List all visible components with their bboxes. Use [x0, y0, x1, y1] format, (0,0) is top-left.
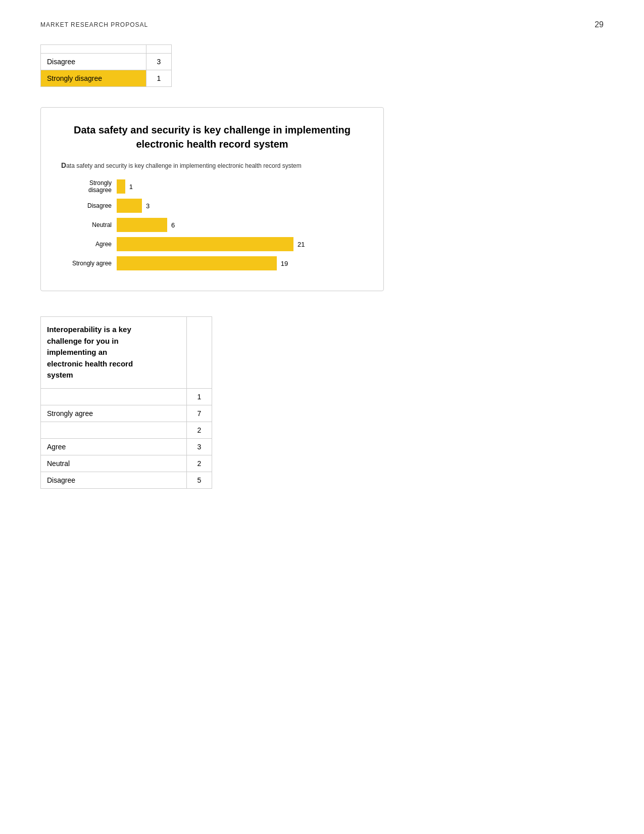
- table-row: Strongly disagree 1: [41, 70, 172, 87]
- bar-label: Agree: [61, 241, 117, 248]
- row3-value: 2: [187, 422, 212, 438]
- table-row: Strongly agree 7: [41, 405, 212, 422]
- bar-wrapper: 21: [117, 237, 363, 251]
- bottom-table-container: Interoperability is a keychallenge for y…: [40, 316, 212, 489]
- bar-wrapper: 6: [117, 218, 363, 232]
- bar: [117, 237, 293, 251]
- bar-wrapper: 19: [117, 256, 363, 270]
- strongly-disagree-value: 1: [146, 70, 172, 87]
- subtitle-bold-d: D: [61, 161, 66, 169]
- table-row: 1: [41, 388, 212, 405]
- bar-value-label: 21: [298, 241, 305, 248]
- document-title: MARKET RESEARCH PROPOSAL: [40, 21, 148, 28]
- top-table: Disagree 3 Strongly disagree 1: [40, 44, 172, 87]
- subtitle-rest: ata safety and security is key challenge…: [66, 162, 302, 169]
- empty-label: [41, 388, 187, 405]
- table-row: 2: [41, 422, 212, 438]
- bar-row: Agree21: [61, 237, 363, 251]
- empty-label2: [41, 422, 187, 438]
- agree-label: Agree: [41, 438, 187, 455]
- empty-value-cell: [146, 45, 172, 54]
- bottom-table: Interoperability is a keychallenge for y…: [40, 316, 212, 489]
- neutral-value: 2: [187, 455, 212, 472]
- bar-value-label: 1: [129, 183, 133, 191]
- bar: [117, 256, 277, 270]
- page-number: 29: [595, 20, 604, 29]
- agree-value: 3: [187, 438, 212, 455]
- bar-row: Strongly agree19: [61, 256, 363, 270]
- chart-subtitle: Data safety and security is key challeng…: [61, 161, 363, 169]
- row1-value: 1: [187, 388, 212, 405]
- page-header: MARKET RESEARCH PROPOSAL 29: [40, 20, 604, 29]
- bar-label: Disagree: [61, 202, 117, 209]
- bar-wrapper: 3: [117, 199, 363, 213]
- bar-chart: Stronglydisagree1Disagree3Neutral6Agree2…: [61, 179, 363, 270]
- strongly-agree-value: 7: [187, 405, 212, 422]
- table-header-label: Interoperability is a keychallenge for y…: [41, 317, 187, 389]
- neutral-label: Neutral: [41, 455, 187, 472]
- table-row: Disagree 5: [41, 472, 212, 488]
- empty-label-cell: [41, 45, 146, 54]
- bar-row: Neutral6: [61, 218, 363, 232]
- table-row: Agree 3: [41, 438, 212, 455]
- bar-value-label: 3: [146, 202, 150, 210]
- bar: [117, 199, 142, 213]
- bar-value-label: 19: [281, 260, 288, 267]
- table-row: [41, 45, 172, 54]
- disagree-value-bottom: 5: [187, 472, 212, 488]
- disagree-label: Disagree: [41, 54, 146, 70]
- bar: [117, 179, 125, 194]
- bar-wrapper: 1: [117, 179, 363, 194]
- disagree-value: 3: [146, 54, 172, 70]
- table-row: Neutral 2: [41, 455, 212, 472]
- table-header-row: Interoperability is a keychallenge for y…: [41, 317, 212, 389]
- table-row: Disagree 3: [41, 54, 172, 70]
- disagree-label-bottom: Disagree: [41, 472, 187, 488]
- header-value-empty: [187, 317, 212, 389]
- bar-label: Neutral: [61, 221, 117, 228]
- chart-title: Data safety and security is key challeng…: [61, 123, 363, 151]
- bar: [117, 218, 167, 232]
- bar-value-label: 6: [171, 221, 175, 229]
- strongly-agree-label: Strongly agree: [41, 405, 187, 422]
- bar-label: Strongly agree: [61, 260, 117, 267]
- chart-container: Data safety and security is key challeng…: [40, 107, 384, 291]
- bar-row: Stronglydisagree1: [61, 179, 363, 194]
- strongly-disagree-label: Strongly disagree: [41, 70, 146, 87]
- bar-row: Disagree3: [61, 199, 363, 213]
- bar-label: Stronglydisagree: [61, 179, 117, 194]
